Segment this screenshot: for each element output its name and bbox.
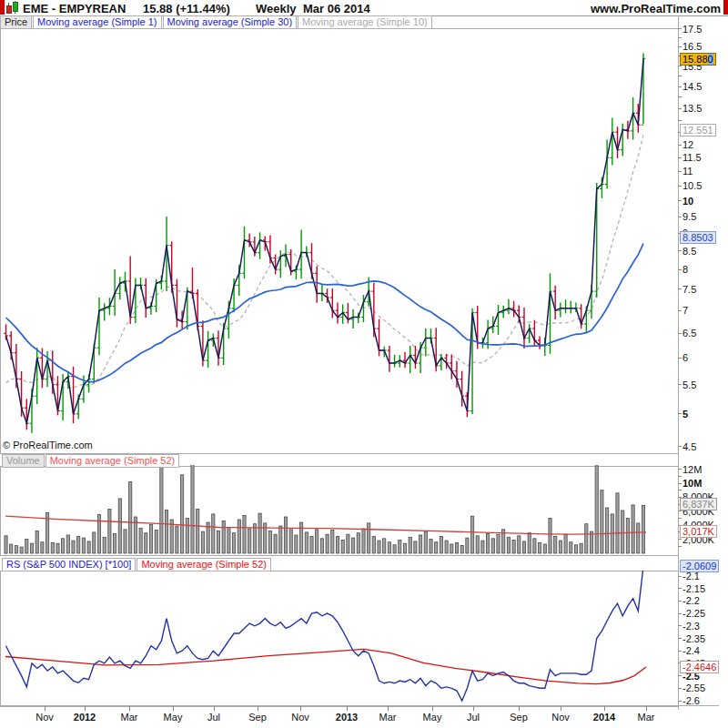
month-label: 2012	[74, 712, 96, 723]
volume-axis-tick	[678, 539, 682, 540]
price-axis-tick	[678, 28, 682, 29]
price-axis-label: 10	[682, 196, 693, 207]
legend-ma-simple-1[interactable]: Moving average (Simple 1)	[33, 15, 161, 29]
price-axis-label: 4.5	[682, 441, 696, 452]
rs-ma-legend[interactable]: Moving average (Simple 52)	[136, 558, 271, 571]
rs-axis-tick	[678, 576, 682, 577]
month-label: Jul	[467, 712, 480, 723]
price-legend-row: Price Moving average (Simple 1) Moving a…	[0, 15, 433, 29]
price-axis-label: 7.5	[682, 284, 696, 295]
price-axis-label: 11.5	[682, 152, 702, 163]
rs-series	[5, 566, 646, 701]
rs-axis-tick	[678, 625, 682, 626]
price-axis-tick	[678, 96, 682, 97]
rs-axis-tick	[678, 588, 682, 589]
price-axis-tick	[678, 413, 682, 414]
month-label: Sep	[510, 712, 528, 723]
legend-ma-simple-30[interactable]: Moving average (Simple 30)	[163, 15, 298, 29]
volume-legend-row: Volume Moving average (Simple 52)	[2, 454, 180, 468]
price-axis-tick	[678, 120, 682, 121]
ma30-value-box: 8.8503	[680, 231, 716, 244]
rs-axis-label: -2.3	[682, 621, 700, 632]
month-label: Nov	[551, 712, 570, 723]
price-axis-tick	[678, 66, 682, 66]
month-tick	[214, 706, 215, 711]
month-label: May	[423, 712, 442, 723]
price-series	[4, 54, 645, 433]
month-tick	[561, 706, 561, 711]
month-tick	[85, 706, 86, 711]
price-axis-tick	[678, 157, 682, 158]
chart-canvas[interactable]	[0, 0, 728, 728]
price-axis-tick	[678, 358, 682, 359]
volume-tab[interactable]: Volume	[2, 454, 45, 468]
price-axis-label: 14.5	[682, 81, 702, 92]
price-axis-label: 10.5	[682, 180, 702, 191]
chart-application: EME - EMPYREAN 15.88 (+11.44%) Weekly Ma…	[0, 0, 728, 728]
month-tick	[347, 706, 348, 711]
price-axis-label: 11	[682, 166, 693, 177]
price-axis-tick	[678, 186, 682, 187]
volume-ma-value-box: 3,017K	[680, 525, 717, 538]
price-axis-tick	[678, 333, 682, 334]
month-label: May	[164, 712, 183, 723]
volume-series	[5, 464, 646, 553]
legend-ma-simple-10[interactable]: Moving average (Simple 10)	[298, 15, 432, 29]
rs-ma-value-box: -2.4646	[680, 661, 719, 673]
month-label: Jul	[207, 712, 220, 723]
rs-ma-line	[5, 649, 646, 683]
rs-axis-label: -2.2	[682, 595, 700, 606]
price-axis-tick	[678, 288, 682, 289]
month-label: Mar	[638, 712, 655, 723]
month-label: Sep	[248, 712, 267, 723]
rs-axis-tick	[678, 613, 682, 614]
rs-axis-label: -2.55	[682, 682, 705, 693]
rs-indicator-legend[interactable]: RS (S&P 500 INDEX) [*100]	[2, 558, 136, 571]
rs-value-box: -2.0609	[680, 560, 719, 572]
month-label: Nov	[291, 712, 309, 723]
volume-axis-label: 10M	[682, 478, 702, 489]
volume-axis-tick	[678, 490, 682, 490]
month-label: Mar	[121, 712, 138, 723]
price-axis-tick	[678, 145, 682, 146]
month-tick	[519, 706, 520, 711]
price-axis-tick	[678, 310, 682, 311]
price-axis-tick	[678, 46, 682, 47]
price-axis-label: 5	[682, 409, 688, 420]
price-edit-cursor: 0	[708, 54, 713, 65]
price-axis-tick	[678, 108, 682, 109]
month-label: 2014	[593, 712, 615, 723]
volume-axis-tick	[678, 483, 682, 484]
volume-axis-tick	[678, 476, 682, 477]
volume-axis-tick	[678, 469, 682, 470]
price-axis-tick	[678, 200, 682, 201]
ma10-value-box: 12.551	[680, 124, 716, 136]
rs-axis-label: -2.25	[682, 608, 705, 619]
price-axis-label: 6.5	[682, 328, 696, 339]
volume-axis-tick	[678, 511, 682, 511]
price-axis-label: 8	[682, 264, 688, 275]
month-tick	[45, 706, 46, 711]
price-axis-label: 9.5	[682, 211, 696, 222]
price-axis-label: 7	[682, 305, 688, 316]
rs-axis-tick	[678, 701, 682, 702]
volume-axis-label: 12M	[682, 464, 702, 475]
price-axis-tick	[678, 269, 682, 270]
price-axis-tick	[678, 86, 682, 87]
price-axis-tick	[678, 171, 682, 172]
month-tick	[646, 706, 647, 711]
ma10-dashed-line	[6, 135, 644, 388]
price-axis-tick	[678, 76, 682, 76]
month-tick	[173, 706, 174, 711]
rs-legend-row: RS (S&P 500 INDEX) [*100] Moving average…	[2, 558, 272, 571]
month-tick	[473, 706, 474, 711]
last-price-value-box: 15.880	[680, 53, 716, 66]
volume-value-box: 6,837K	[680, 498, 717, 511]
rs-axis-tick	[678, 601, 682, 602]
volume-ma-legend[interactable]: Moving average (Simple 52)	[46, 454, 180, 468]
price-tab[interactable]: Price	[0, 15, 32, 29]
rs-axis-label: -2.6	[682, 695, 700, 706]
price-axis-label: 17.5	[682, 24, 702, 35]
rs-axis-tick	[678, 688, 682, 689]
rs-axis-label: -2.4	[682, 645, 700, 656]
